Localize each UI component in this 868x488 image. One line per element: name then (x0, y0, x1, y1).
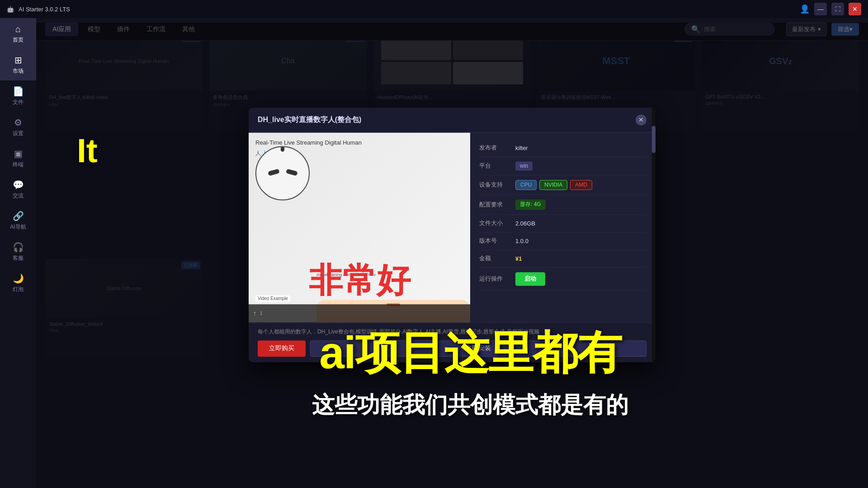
detail-device: 设备支持 CPU NVIDIA AMD (479, 175, 646, 195)
run-button[interactable]: 启动 (515, 272, 545, 286)
terminal-icon: ▣ (13, 148, 24, 159)
nvidia-tag: NVIDIA (539, 180, 567, 190)
sidebar-item-label: 交流 (13, 192, 24, 200)
detail-version: 版本号 1.0.0 (479, 232, 646, 250)
mascot (255, 146, 310, 200)
preview-background: Real-Time Live Streaming Digital Human 人… (249, 132, 470, 322)
sidebar-item-label: 市场 (13, 67, 24, 75)
version-value: 1.0.0 (515, 238, 528, 244)
sidebar-item-home[interactable]: ⌂ 首页 (0, 18, 36, 49)
app-title: AI Starter 3.0.2 LTS (19, 6, 70, 13)
sidebar-item-files[interactable]: 📄 文件 (0, 80, 36, 112)
preview-bottom-bar: ↑ 1 (249, 304, 470, 322)
sidebar-item-settings[interactable]: ⚙ 设置 (0, 112, 36, 143)
modal-footer: 每个人都能用的数字人，DH_Live整合包,模型训练,面部超分,AI数字人,AI… (249, 322, 656, 362)
scrollbar-thumb (652, 126, 656, 153)
sidebar-item-label: 首页 (13, 36, 24, 44)
sidebar: ⌂ 首页 ⊞ 市场 📄 文件 ⚙ 设置 ▣ 终端 💬 交流 🔗 AI导航 🎧 客… (0, 18, 36, 488)
sidebar-item-label: 客服 (13, 254, 24, 262)
buy-now-button[interactable]: 立即购买 (258, 340, 306, 357)
run-label: 运行操作 (479, 275, 515, 283)
sidebar-item-night[interactable]: 🌙 灯泡 (0, 267, 36, 299)
close-window-button[interactable]: ✕ (849, 3, 861, 15)
sidebar-item-label: AI导航 (10, 223, 26, 231)
modal-body: Real-Time Live Streaming Digital Human 人… (249, 132, 656, 322)
moon-icon: 🌙 (13, 273, 24, 284)
filesize-label: 文件大小 (479, 219, 515, 227)
link-icon: 🔗 (13, 211, 24, 221)
resize-button[interactable]: ⛶ (831, 3, 844, 15)
sidebar-item-ai-nav[interactable]: 🔗 AI导航 (0, 205, 36, 236)
preview-title: Real-Time Live Streaming Digital Human (255, 139, 463, 146)
settings-icon: ⚙ (13, 117, 24, 128)
modal-header: DH_live实时直播数字人(整合包) ✕ (249, 108, 656, 132)
files-icon: 📄 (13, 86, 24, 97)
vram-tag: 显存: 4G (515, 199, 546, 210)
publisher-value: kilter (515, 145, 528, 151)
headphones-icon: 🎧 (13, 242, 24, 253)
device-label: 设备支持 (479, 181, 515, 189)
sidebar-item-label: 终端 (13, 161, 24, 169)
video-example-label: Video Example (255, 295, 290, 302)
modal-dialog: DH_live实时直播数字人(整合包) ✕ Real-Time Live Str… (249, 108, 656, 362)
home-icon: ⌂ (13, 23, 24, 34)
modal-description: 每个人都能用的数字人，DH_Live整合包,模型训练,面部超分,AI数字人,AI… (258, 328, 646, 336)
sidebar-item-label: 灯泡 (13, 286, 24, 293)
minimize-button[interactable]: — (814, 3, 827, 15)
preview-large-text: 非常好 (249, 263, 470, 297)
detail-config: 配置要求 显存: 4G (479, 195, 646, 215)
app-logo-icon: 🤖 (7, 6, 14, 13)
publisher-label: 发布者 (479, 144, 515, 152)
share-icon[interactable]: ↑ (253, 310, 256, 317)
sidebar-item-terminal[interactable]: ▣ 终端 (0, 143, 36, 174)
amd-tag: AMD (570, 180, 592, 190)
filesize-value: 2.06GB (515, 220, 535, 227)
main-content: Real-Time Live Streaming Digital Human D… (36, 23, 868, 488)
modal-close-button[interactable]: ✕ (636, 114, 646, 125)
sidebar-item-market[interactable]: ⊞ 市场 (0, 49, 36, 80)
sidebar-item-chat[interactable]: 💬 交流 (0, 174, 36, 205)
cpu-tag: CPU (515, 180, 537, 190)
detail-filesize: 文件大小 2.06GB (479, 215, 646, 232)
chat-icon: 💬 (13, 179, 24, 190)
detail-platform: 平台 win (479, 157, 646, 175)
sidebar-item-support[interactable]: 🎧 客服 (0, 236, 36, 267)
detail-publisher: 发布者 kilter (479, 139, 646, 157)
price-value: ¥1 (515, 255, 522, 262)
sidebar-item-label: 设置 (13, 130, 24, 137)
detail-run: 运行操作 启动 (479, 267, 646, 291)
config-label: 配置要求 (479, 201, 515, 209)
modal-title: DH_live实时直播数字人(整合包) (258, 115, 361, 125)
platform-tag: win (515, 161, 533, 170)
install-button[interactable]: 立即安装 (310, 340, 646, 357)
modal-details: 发布者 kilter 平台 win 设备支持 CPU NVIDIA AMD 配 (470, 132, 656, 322)
price-label: 金额 (479, 254, 515, 263)
version-label: 版本号 (479, 237, 515, 245)
market-icon: ⊞ (13, 55, 24, 66)
platform-label: 平台 (479, 162, 515, 170)
user-icon[interactable]: 👤 (800, 4, 810, 14)
modal-preview: Real-Time Live Streaming Digital Human 人… (249, 132, 470, 322)
modal-scrollbar[interactable] (652, 108, 656, 362)
preview-bar-text: 1 (260, 311, 263, 316)
sidebar-item-label: 文件 (13, 99, 24, 106)
modal-footer-buttons: 立即购买 立即安装 (258, 340, 646, 357)
detail-price: 金额 ¥1 (479, 250, 646, 267)
